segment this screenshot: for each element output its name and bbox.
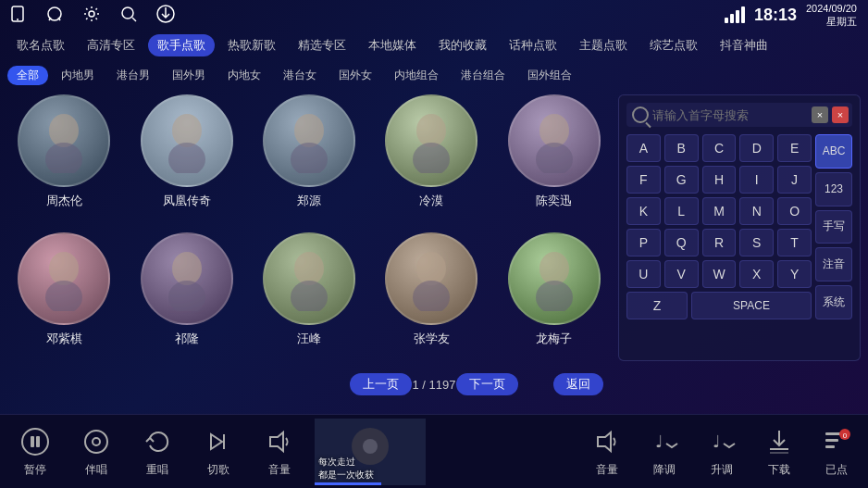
song-lyrics: 每次走过 都是一次收获	[318, 456, 422, 482]
key-r[interactable]: R	[702, 229, 737, 257]
nav-tab-zongyi[interactable]: 综艺点歌	[640, 34, 707, 56]
nav-tab-douyin[interactable]: 抖音神曲	[711, 34, 777, 56]
sidebar-key-ABC[interactable]: ABC	[815, 134, 852, 169]
filter-tab-foreign-male[interactable]: 国外男	[163, 66, 215, 85]
filter-tab-foreign-group[interactable]: 国外组合	[518, 66, 581, 85]
sidebar-key-注音[interactable]: 注音	[815, 247, 852, 282]
key-l[interactable]: L	[664, 197, 699, 225]
filter-tab-hk-male[interactable]: 港台男	[107, 66, 159, 85]
artist-item-qi[interactable]: 祁隆	[130, 232, 242, 361]
key-d[interactable]: D	[739, 134, 774, 162]
nav-tab-theme[interactable]: 主题点歌	[570, 34, 637, 56]
key-m[interactable]: M	[702, 197, 737, 225]
key-grid: ABCDEFGHIJKLMNOPQRSTUVWXYZSPACE	[626, 134, 812, 319]
nav-tab-hiqing[interactable]: 高清专区	[78, 34, 144, 56]
filter-tab-all[interactable]: 全部	[7, 66, 48, 85]
key-n[interactable]: N	[739, 197, 774, 225]
key-space[interactable]: SPACE	[691, 292, 812, 319]
pause-button[interactable]: 暂停	[19, 425, 52, 478]
key-sidebar: ABC123手写注音系统	[815, 134, 852, 319]
artist-item-chen[interactable]: 陈奕迅	[498, 94, 611, 223]
key-v[interactable]: V	[664, 260, 699, 288]
key-g[interactable]: G	[664, 166, 699, 194]
key-w[interactable]: W	[702, 260, 737, 288]
svg-point-20	[45, 281, 82, 311]
key-e[interactable]: E	[777, 134, 812, 162]
filter-tab-inland-group[interactable]: 内地组合	[385, 66, 448, 85]
top-search-icon[interactable]	[118, 4, 139, 24]
key-s[interactable]: S	[739, 229, 774, 257]
search-panel-icon	[632, 106, 649, 123]
search-input[interactable]	[652, 108, 808, 122]
artist-item-deng[interactable]: 邓紫棋	[7, 232, 120, 361]
filter-tab-hk-group[interactable]: 港台组合	[452, 66, 515, 85]
key-y[interactable]: Y	[777, 260, 812, 288]
svg-marker-34	[211, 434, 222, 449]
filter-tab-hk-female[interactable]: 港台女	[274, 66, 326, 85]
artist-item-zhou[interactable]: 周杰伦	[7, 94, 120, 223]
nav-tab-local[interactable]: 本地媒体	[359, 34, 426, 56]
volume-left-button[interactable]: 音量	[263, 425, 296, 478]
nav-tab-hot[interactable]: 热歌新歌	[218, 34, 285, 56]
top-download-icon[interactable]	[155, 4, 176, 24]
sidebar-key-手写[interactable]: 手写	[815, 210, 852, 244]
close-button[interactable]: ×	[832, 106, 849, 123]
svg-point-5	[89, 11, 94, 17]
artist-name-long: 龙梅子	[536, 331, 572, 347]
key-z[interactable]: Z	[626, 292, 688, 319]
cut-button[interactable]: 切歌	[202, 425, 235, 478]
artist-item-leng[interactable]: 冷漠	[375, 94, 488, 223]
key-j[interactable]: J	[777, 166, 812, 194]
pause-label: 暂停	[24, 462, 46, 478]
key-a[interactable]: A	[626, 134, 661, 162]
pitch-down-button[interactable]: ♩ 降调	[648, 425, 681, 478]
key-x[interactable]: X	[739, 260, 774, 288]
artist-avatar-qi	[141, 232, 233, 325]
pitch-down-label: 降调	[653, 462, 676, 478]
artist-avatar-leng	[385, 94, 477, 187]
volume-right-button[interactable]: 音量	[590, 425, 624, 478]
download-button[interactable]: 下载	[763, 425, 796, 478]
filter-tab-inland-male[interactable]: 内地男	[52, 66, 104, 85]
artist-item-wang[interactable]: 汪峰	[253, 232, 366, 361]
artist-item-zheng[interactable]: 郑源	[253, 94, 366, 223]
key-k[interactable]: K	[626, 197, 661, 225]
prev-page-button[interactable]: 上一页	[350, 373, 412, 395]
key-i[interactable]: I	[739, 166, 774, 194]
key-c[interactable]: C	[702, 134, 737, 162]
artist-avatar-deng	[18, 232, 110, 325]
nav-tab-collect[interactable]: 我的收藏	[429, 34, 496, 56]
filter-tab-foreign-female[interactable]: 国外女	[329, 66, 381, 85]
clear-button[interactable]: ×	[812, 106, 828, 123]
settings-icon[interactable]	[81, 4, 102, 24]
nav-tab-singer[interactable]: 歌手点歌	[148, 34, 215, 56]
artist-avatar-long	[508, 232, 601, 325]
artist-item-fenghuang[interactable]: 凤凰传奇	[130, 94, 242, 223]
key-q[interactable]: Q	[664, 229, 699, 257]
sidebar-key-123[interactable]: 123	[815, 172, 852, 206]
nav-tab-dialect[interactable]: 话种点歌	[500, 34, 566, 56]
artist-item-zhang[interactable]: 张学友	[375, 232, 488, 361]
sidebar-key-系统[interactable]: 系统	[815, 285, 852, 319]
nav-tab-songname[interactable]: 歌名点歌	[7, 34, 74, 56]
key-t[interactable]: T	[777, 229, 812, 257]
player-left-controls: 暂停 伴唱 重唱	[0, 425, 315, 478]
next-page-button[interactable]: 下一页	[456, 373, 518, 395]
key-h[interactable]: H	[702, 166, 737, 194]
svg-text:♩: ♩	[655, 432, 663, 451]
key-p[interactable]: P	[626, 229, 661, 257]
key-b[interactable]: B	[664, 134, 699, 162]
filter-tab-inland-female[interactable]: 内地女	[218, 66, 270, 85]
pitch-up-button[interactable]: ♩ 升调	[705, 425, 738, 478]
accompany-button[interactable]: 伴唱	[80, 425, 113, 478]
back-button[interactable]: 返回	[553, 373, 603, 395]
nav-tab-jingxuan[interactable]: 精选专区	[289, 34, 355, 56]
key-o[interactable]: O	[777, 197, 812, 225]
queued-button[interactable]: 0 已点	[820, 425, 853, 478]
repeat-button[interactable]: 重唱	[141, 425, 174, 478]
key-u[interactable]: U	[626, 260, 661, 288]
svg-point-15	[416, 114, 446, 147]
artist-item-long[interactable]: 龙梅子	[498, 232, 611, 361]
artist-name-wang: 汪峰	[297, 331, 321, 347]
key-f[interactable]: F	[626, 166, 661, 194]
